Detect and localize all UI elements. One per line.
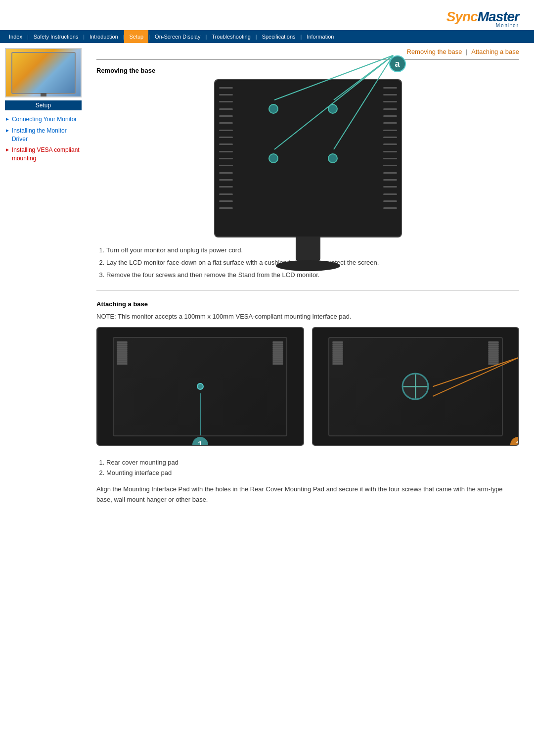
monitor-attach-1: 1 bbox=[96, 327, 304, 446]
nav-index[interactable]: Index bbox=[4, 30, 27, 43]
circle-num-1: 1 bbox=[192, 437, 208, 446]
nav-specifications[interactable]: Specifications bbox=[257, 30, 301, 43]
removing-monitor-image: a bbox=[214, 79, 402, 237]
link-attaching[interactable]: Attaching a base bbox=[471, 48, 519, 55]
nav-bar: Index | Safety Instructions | Introducti… bbox=[0, 30, 534, 43]
screw-top-left bbox=[268, 104, 278, 114]
brand-sync: Sync bbox=[446, 9, 478, 24]
monitor-base bbox=[276, 260, 340, 271]
circle-num-2: 2 bbox=[510, 437, 519, 446]
removing-image-wrap: a bbox=[96, 79, 519, 237]
attach-vents-right-1 bbox=[272, 341, 283, 432]
mounting-pad-dot-1 bbox=[197, 383, 204, 390]
instruction-3: Remove the four screws and then remove t… bbox=[106, 270, 519, 281]
nav-setup[interactable]: Setup bbox=[124, 30, 148, 43]
sidebar-item-driver[interactable]: ► Installing the Monitor Driver bbox=[5, 127, 82, 143]
removing-section: Removing the base bbox=[96, 67, 519, 280]
monitor-inner-2 bbox=[328, 337, 503, 436]
attaching-title: Attaching a base bbox=[96, 300, 519, 308]
attach-list: Rear cover mounting pad Mounting interfa… bbox=[106, 458, 519, 478]
nav-safety[interactable]: Safety Instructions bbox=[29, 30, 84, 43]
arrow-icon-2: ► bbox=[5, 127, 10, 134]
connector-svg bbox=[235, 70, 410, 228]
label-a-circle: a bbox=[389, 55, 406, 72]
attach-connector-svg bbox=[329, 338, 502, 435]
two-monitors-container: 1 bbox=[96, 327, 519, 446]
sidebar-nav: ► Connecting Your Monitor ► Installing t… bbox=[0, 115, 87, 163]
sidebar-item-driver-label: Installing the Monitor Driver bbox=[12, 127, 82, 143]
sidebar-setup-label: Setup bbox=[5, 100, 82, 110]
nav-osd[interactable]: On-Screen Display bbox=[150, 30, 205, 43]
sidebar-item-vesa-label: Installing VESA compliant mounting bbox=[12, 146, 82, 163]
left-vents bbox=[219, 84, 233, 212]
svg-line-0 bbox=[274, 55, 393, 100]
svg-line-4 bbox=[433, 357, 519, 386]
nav-information[interactable]: Information bbox=[302, 30, 339, 43]
brand-master: Master bbox=[478, 9, 519, 24]
sidebar-monitor-image bbox=[5, 48, 82, 97]
screw-bottom-right bbox=[328, 153, 338, 163]
monitor-inner-1 bbox=[113, 337, 287, 436]
nav-introduction[interactable]: Introduction bbox=[85, 30, 123, 43]
sidebar-item-connecting[interactable]: ► Connecting Your Monitor bbox=[5, 115, 82, 124]
svg-line-5 bbox=[433, 357, 519, 396]
main-content: Removing the base | Attaching a base Rem… bbox=[87, 43, 534, 520]
brand-bar: SyncMaster Monitor bbox=[0, 0, 534, 30]
attach-item-1: Rear cover mounting pad bbox=[106, 458, 519, 468]
arrow-icon-3: ► bbox=[5, 146, 10, 153]
screw-top-right bbox=[328, 104, 338, 114]
page-links: Removing the base | Attaching a base bbox=[96, 48, 519, 60]
link-removing[interactable]: Removing the base bbox=[407, 48, 462, 55]
monitor-stand bbox=[296, 236, 320, 261]
main-layout: Setup ► Connecting Your Monitor ► Instal… bbox=[0, 43, 534, 520]
sidebar-item-connecting-label: Connecting Your Monitor bbox=[12, 115, 77, 124]
section-divider bbox=[96, 290, 519, 290]
nav-troubleshooting[interactable]: Troubleshooting bbox=[207, 30, 255, 43]
arrow-icon: ► bbox=[5, 116, 10, 123]
attach-item-2: Mounting interface pad bbox=[106, 468, 519, 478]
sidebar-item-vesa[interactable]: ► Installing VESA compliant mounting bbox=[5, 146, 82, 163]
attaching-section: Attaching a base NOTE: This monitor acce… bbox=[96, 300, 519, 505]
link-sep: | bbox=[466, 48, 469, 55]
screw-area: a bbox=[235, 80, 381, 212]
pad-line-1 bbox=[200, 393, 201, 435]
sidebar: Setup ► Connecting Your Monitor ► Instal… bbox=[0, 43, 87, 520]
attaching-note: NOTE: This monitor accepts a 100mm x 100… bbox=[96, 313, 519, 320]
align-text: Align the Mounting Interface Pad with th… bbox=[96, 484, 519, 505]
screw-bottom-left bbox=[268, 153, 278, 163]
attach-vents-left-1 bbox=[117, 341, 128, 432]
monitor-attach-2: 2 bbox=[312, 327, 520, 446]
